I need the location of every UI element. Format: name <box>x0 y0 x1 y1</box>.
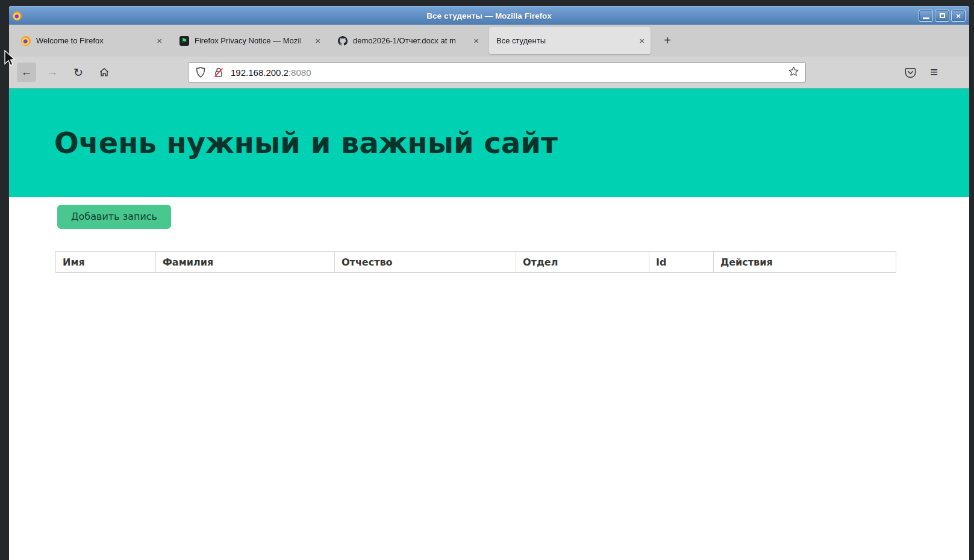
tab-welcome-to-firefox[interactable]: Welcome to Firefox × <box>14 27 168 54</box>
reload-button[interactable]: ↻ <box>69 63 88 82</box>
pocket-icon[interactable] <box>904 66 917 79</box>
tab-privacy-notice[interactable]: ⚑ Firefox Privacy Notice — Mozil × <box>172 27 326 54</box>
tab-label: Firefox Privacy Notice — Mozil <box>195 36 311 45</box>
tracking-shield-icon[interactable] <box>195 66 207 78</box>
hero-banner: Очень нужный и важный сайт <box>9 89 969 197</box>
page-title: Очень нужный и важный сайт <box>54 126 558 160</box>
tab-label: demo2026-1/Отчет.docx at m <box>353 36 470 45</box>
tab-label: Welcome to Firefox <box>36 36 153 45</box>
window-controls: × <box>919 10 966 22</box>
tab-close-icon[interactable]: × <box>473 36 479 45</box>
firefox-favicon-icon <box>21 36 31 46</box>
window-title: Все студенты — Mozilla Firefox <box>9 11 969 20</box>
mouse-cursor-icon <box>4 50 17 68</box>
page-content: Очень нужный и важный сайт Добавить запи… <box>9 89 969 560</box>
column-header-surname: Фамилия <box>156 252 335 273</box>
new-tab-button[interactable]: + <box>658 32 676 50</box>
home-button[interactable] <box>95 63 114 82</box>
url-port-text: :8080 <box>289 67 311 78</box>
back-button[interactable]: ← <box>17 63 36 82</box>
forward-button: → <box>43 63 62 82</box>
url-bar[interactable]: 192.168.200.2:8080 <box>188 62 806 82</box>
maximize-button[interactable] <box>935 10 949 22</box>
column-header-department: Отдел <box>516 252 649 273</box>
tab-bar: Welcome to Firefox × ⚑ Firefox Privacy N… <box>9 25 969 57</box>
column-header-actions: Действия <box>714 252 896 273</box>
bookmark-star-icon[interactable] <box>788 66 799 79</box>
minimize-icon <box>923 17 929 19</box>
titlebar[interactable]: Все студенты — Mozilla Firefox × <box>9 6 969 25</box>
close-button[interactable]: × <box>951 10 966 22</box>
insecure-lock-icon[interactable] <box>213 66 225 78</box>
tab-close-icon[interactable]: × <box>157 36 162 45</box>
navigation-toolbar: ← → ↻ 192.168.200.2:8080 <box>9 57 969 89</box>
github-icon <box>338 36 348 46</box>
menu-hamburger-icon[interactable]: ≡ <box>930 66 938 79</box>
table-header-row: Имя Фамилия Отчество Отдел Id Действия <box>56 252 896 273</box>
tab-close-icon[interactable]: × <box>639 36 645 45</box>
students-table: Имя Фамилия Отчество Отдел Id Действия <box>55 251 896 273</box>
add-record-button[interactable]: Добавить запись <box>57 205 171 229</box>
home-icon <box>99 67 110 78</box>
minimize-button[interactable] <box>919 10 933 22</box>
main-section: Добавить запись Имя Фамилия Отчество Отд… <box>9 197 969 273</box>
tab-github-report[interactable]: demo2026-1/Отчет.docx at m × <box>331 27 485 54</box>
tab-close-icon[interactable]: × <box>315 36 320 45</box>
column-header-name: Имя <box>56 252 156 273</box>
firefox-window: Все студенты — Mozilla Firefox × Welcome… <box>9 6 969 560</box>
toolbar-right-group: ≡ <box>904 66 969 79</box>
maximize-icon <box>940 13 945 18</box>
privacy-flag-icon: ⚑ <box>180 36 189 46</box>
column-header-patronymic: Отчество <box>335 252 516 273</box>
column-header-id: Id <box>649 252 714 273</box>
url-host-text: 192.168.200.2 <box>231 67 289 78</box>
tab-label: Все студенты <box>496 36 635 45</box>
tab-all-students-active[interactable]: Все студенты × <box>489 27 651 54</box>
close-icon: × <box>956 12 961 20</box>
